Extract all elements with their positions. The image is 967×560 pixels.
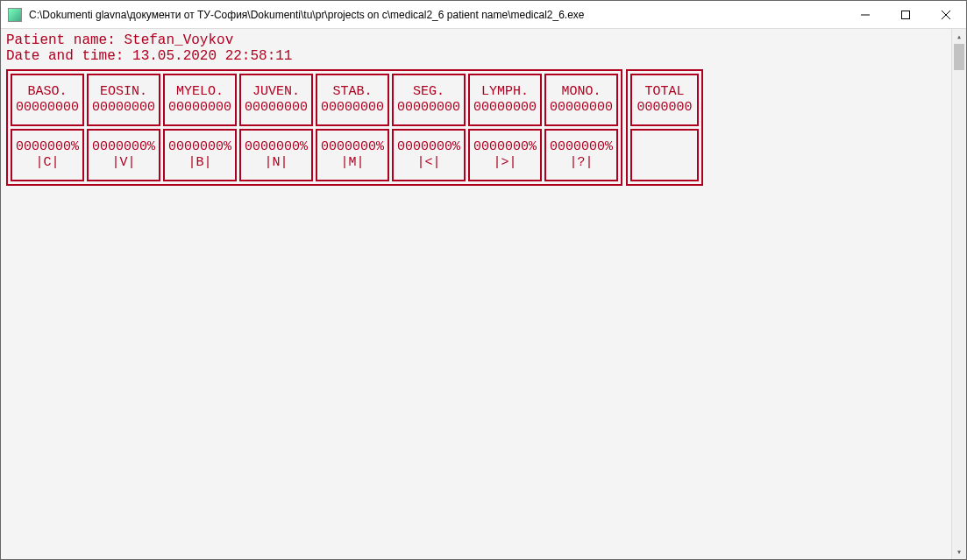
console-content: Patient name: Stefan_Voykov Date and tim…: [1, 29, 966, 189]
cell-seg-pct: 0000000%|<|: [392, 129, 466, 181]
table-row: BASO.00000000 EOSIN.00000000 MYELO.00000…: [11, 74, 618, 126]
cell-baso: BASO.00000000: [11, 74, 84, 126]
titlebar[interactable]: C:\Dokumenti glavna\документи от ТУ-Софи…: [1, 1, 966, 29]
minimize-button[interactable]: [845, 1, 885, 28]
patient-line: Patient name: Stefan_Voykov: [6, 32, 961, 48]
tables-wrap: BASO.00000000 EOSIN.00000000 MYELO.00000…: [6, 69, 961, 186]
client-area: Patient name: Stefan_Voykov Date and tim…: [1, 29, 966, 559]
cell-myelo: MYELO.00000000: [163, 74, 237, 126]
cell-total-empty: [630, 129, 699, 181]
maximize-icon: [901, 11, 910, 19]
cells-table: BASO.00000000 EOSIN.00000000 MYELO.00000…: [6, 69, 622, 186]
cell-baso-pct: 0000000%|C|: [11, 129, 84, 181]
cell-mono-pct: 0000000%|?|: [544, 129, 618, 181]
table-row: 0000000%|C| 0000000%|V| 0000000%|B| 0000…: [11, 129, 618, 181]
patient-label: Patient name:: [6, 32, 116, 48]
datetime-line: Date and time: 13.05.2020 22:58:11: [6, 48, 961, 64]
datetime-value: 13.05.2020 22:58:11: [132, 48, 292, 64]
minimize-icon: [861, 11, 870, 19]
scroll-down-icon[interactable]: ▾: [952, 544, 966, 559]
cell-seg: SEG.00000000: [392, 74, 466, 126]
cell-stab: STAB.00000000: [316, 74, 389, 126]
window-title: C:\Dokumenti glavna\документи от ТУ-Софи…: [29, 9, 845, 21]
table-row: TOTAL0000000: [630, 74, 699, 126]
scroll-thumb[interactable]: [954, 44, 964, 70]
close-icon: [942, 11, 950, 19]
cell-stab-pct: 0000000%|M|: [316, 129, 389, 181]
cell-eosin: EOSIN.00000000: [87, 74, 160, 126]
cell-eosin-pct: 0000000%|V|: [87, 129, 160, 181]
patient-name: Stefan_Voykov: [124, 32, 233, 48]
cell-myelo-pct: 0000000%|B|: [163, 129, 237, 181]
scroll-up-icon[interactable]: ▴: [952, 29, 966, 44]
cell-juven-pct: 0000000%|N|: [239, 129, 313, 181]
close-button[interactable]: [926, 1, 966, 28]
total-table: TOTAL0000000: [626, 69, 703, 186]
vertical-scrollbar[interactable]: ▴ ▾: [951, 29, 966, 559]
cell-lymph: LYMPH.00000000: [468, 74, 542, 126]
cell-mono: MONO.00000000: [544, 74, 618, 126]
cell-lymph-pct: 0000000%|>|: [468, 129, 542, 181]
cell-total: TOTAL0000000: [630, 74, 699, 126]
maximize-button[interactable]: [885, 1, 926, 28]
window-controls: [845, 1, 966, 28]
table-row: [630, 129, 699, 181]
app-window: C:\Dokumenti glavna\документи от ТУ-Софи…: [0, 0, 967, 560]
svg-rect-1: [902, 11, 910, 18]
datetime-label: Date and time:: [6, 48, 124, 64]
cell-juven: JUVEN.00000000: [239, 74, 313, 126]
app-icon: [8, 8, 22, 22]
